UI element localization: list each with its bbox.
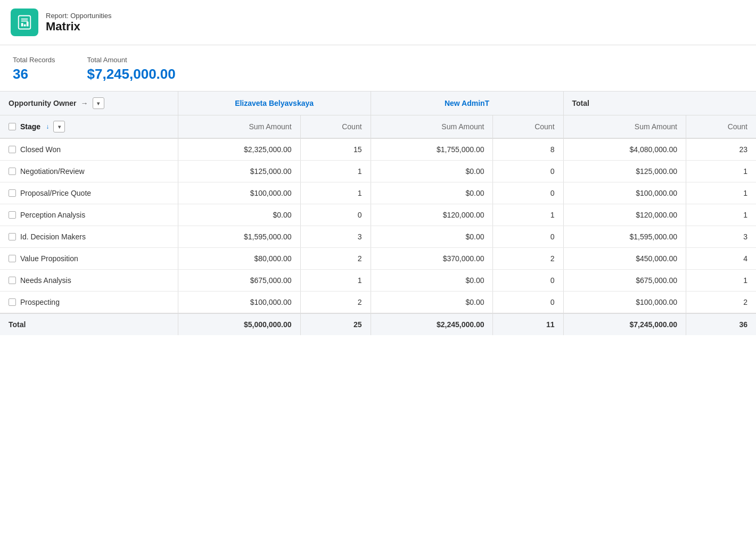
table-row: Negotiation/Review $125,000.00 1 $0.00 0… [0,161,756,182]
stage-name-6: Needs Analysis [20,276,71,285]
stage-sort-icon[interactable]: ↓ [46,123,49,130]
report-icon [17,14,32,30]
opportunity-owner-header: Opportunity Owner → ▾ [0,91,178,115]
stage-dropdown-button[interactable]: ▾ [53,121,65,132]
svg-rect-3 [21,23,23,26]
svg-rect-5 [27,22,29,27]
stage-label: Stage [20,122,40,131]
total-eb-amount: $5,000,000.00 [178,313,300,335]
row-checkbox-7[interactable] [9,298,16,306]
total-amount-6: $675,000.00 [563,270,686,292]
na-count-1: 0 [493,161,563,182]
row-checkbox-3[interactable] [9,211,16,219]
summary-section: Total Records 36 Total Amount $7,245,000… [0,45,756,91]
table-row: Prospecting $100,000.00 2 $0.00 0 $100,0… [0,292,756,314]
total-row-label: Total [0,313,178,335]
na-count-4: 0 [493,226,563,248]
eb-amount-3: $0.00 [178,204,300,226]
person1-header: Elizaveta Belyavskaya [178,91,371,115]
eb-count-2: 1 [300,182,371,204]
eb-amount-2: $100,000.00 [178,182,300,204]
total-row: Total $5,000,000.00 25 $2,245,000.00 11 … [0,313,756,335]
row-checkbox-0[interactable] [9,146,16,153]
svg-rect-4 [24,24,26,27]
total-records-label: Total Records [13,56,55,64]
stage-name-4: Id. Decision Makers [20,232,86,241]
total-amount-item: Total Amount $7,245,000.00 [87,56,175,82]
eb-amount-7: $100,000.00 [178,292,300,314]
row-checkbox-5[interactable] [9,255,16,262]
stage-name-0: Closed Won [20,145,61,154]
eb-count-1: 1 [300,161,371,182]
total-amount-value: $7,245,000.00 [87,66,175,82]
total-records-item: Total Records 36 [13,56,55,82]
header-text: Report: Opportunities Matrix [46,12,112,34]
eb-sum-amount-header: Sum Amount [178,115,300,139]
eb-count-5: 2 [300,248,371,270]
table-row: Proposal/Price Quote $100,000.00 1 $0.00… [0,182,756,204]
total-count-3: 1 [686,204,756,226]
total-group-header: Total [563,91,756,115]
total-count-0: 23 [686,138,756,161]
na-count-header: Count [493,115,563,139]
header-title: Matrix [46,20,112,34]
column-header-row: Stage ↓ ▾ Sum Amount Count Sum Amount Co… [0,115,756,139]
eb-amount-6: $675,000.00 [178,270,300,292]
na-sum-amount-header: Sum Amount [371,115,493,139]
person2-name: New AdminT [445,99,489,107]
na-count-7: 0 [493,292,563,314]
report-header: Report: Opportunities Matrix [0,0,756,45]
row-checkbox-2[interactable] [9,189,16,197]
total-amount-3: $120,000.00 [563,204,686,226]
na-count-5: 2 [493,248,563,270]
table-row: Needs Analysis $675,000.00 1 $0.00 0 $67… [0,270,756,292]
table-row: Value Proposition $80,000.00 2 $370,000.… [0,248,756,270]
row-checkbox-1[interactable] [9,168,16,175]
na-amount-0: $1,755,000.00 [371,138,493,161]
total-count-1: 1 [686,161,756,182]
total-amount-7: $100,000.00 [563,292,686,314]
person2-header: New AdminT [371,91,563,115]
total-count-7: 2 [686,292,756,314]
na-amount-4: $0.00 [371,226,493,248]
eb-amount-1: $125,000.00 [178,161,300,182]
total-count-5: 4 [686,248,756,270]
na-amount-6: $0.00 [371,270,493,292]
total-count-6: 1 [686,270,756,292]
eb-count-7: 2 [300,292,371,314]
eb-count-3: 0 [300,204,371,226]
total-t-amount: $7,245,000.00 [563,313,686,335]
total-amount-2: $100,000.00 [563,182,686,204]
matrix-table-container: Opportunity Owner → ▾ Elizaveta Belyavsk… [0,91,756,335]
na-count-2: 0 [493,182,563,204]
total-amount-label: Total Amount [87,56,175,64]
total-amount-1: $125,000.00 [563,161,686,182]
total-amount-5: $450,000.00 [563,248,686,270]
total-na-amount: $2,245,000.00 [371,313,493,335]
app-icon [11,9,38,36]
owner-dropdown-button[interactable]: ▾ [93,97,104,109]
stage-name-1: Negotiation/Review [20,167,85,176]
row-checkbox-6[interactable] [9,277,16,284]
total-count-2: 1 [686,182,756,204]
matrix-table: Opportunity Owner → ▾ Elizaveta Belyavsk… [0,91,756,335]
app-container: Report: Opportunities Matrix Total Recor… [0,0,756,549]
eb-amount-4: $1,595,000.00 [178,226,300,248]
na-amount-5: $370,000.00 [371,248,493,270]
na-amount-1: $0.00 [371,161,493,182]
stage-name-5: Value Proposition [20,254,78,263]
total-na-count: 11 [493,313,563,335]
na-amount-3: $120,000.00 [371,204,493,226]
eb-count-4: 3 [300,226,371,248]
na-count-6: 0 [493,270,563,292]
row-checkbox-4[interactable] [9,233,16,240]
eb-count-header: Count [300,115,371,139]
na-amount-2: $0.00 [371,182,493,204]
eb-count-6: 1 [300,270,371,292]
total-count-4: 3 [686,226,756,248]
total-amount-0: $4,080,000.00 [563,138,686,161]
stage-name-7: Prospecting [20,298,60,306]
stage-checkbox[interactable] [9,123,16,130]
total-t-count: 36 [686,313,756,335]
stage-name-3: Perception Analysis [20,211,85,219]
